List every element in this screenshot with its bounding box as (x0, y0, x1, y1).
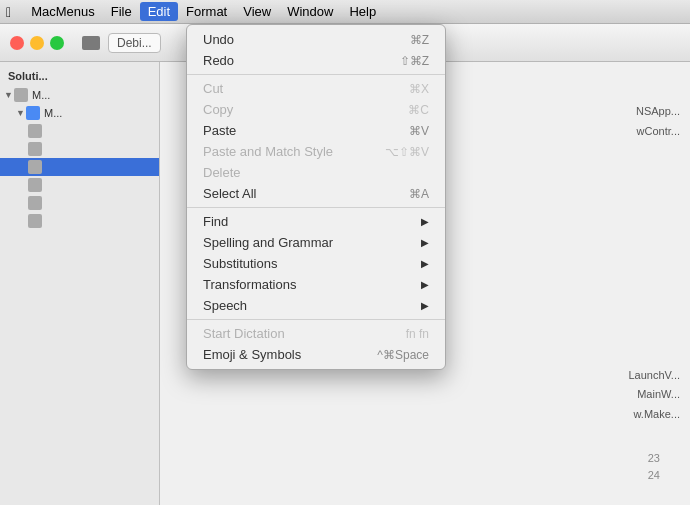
find-submenu-arrow: ▶ (421, 216, 429, 227)
content-line-3: LaunchV... (628, 366, 680, 386)
sidebar-file-icon-3 (28, 142, 42, 156)
menu-item-emoji-label: Emoji & Symbols (203, 347, 301, 362)
menu-item-redo-shortcut: ⇧⌘Z (400, 54, 429, 68)
menu-item-transformations-label: Transformations (203, 277, 296, 292)
separator-3 (187, 319, 445, 320)
menubar-help[interactable]: Help (341, 2, 384, 21)
toolbar-square-icon (82, 36, 100, 50)
menu-item-speech[interactable]: Speech ▶ (187, 295, 445, 316)
menu-item-dictation-shortcut: fn fn (406, 327, 429, 341)
content-line-5: w.Make... (628, 405, 680, 425)
content-line-1: NSApp... (636, 102, 680, 122)
window-controls (10, 36, 64, 50)
line-numbers: 23 24 (648, 450, 660, 485)
menu-item-delete[interactable]: Delete (187, 162, 445, 183)
menu-item-select-all-shortcut: ⌘A (409, 187, 429, 201)
sidebar-folder-icon (14, 88, 28, 102)
menu-item-undo[interactable]: Undo ⌘Z (187, 29, 445, 50)
menu-item-paste[interactable]: Paste ⌘V (187, 120, 445, 141)
menu-item-delete-label: Delete (203, 165, 241, 180)
sidebar-item-1[interactable]: ▼ M... (0, 104, 159, 122)
menu-item-spelling[interactable]: Spelling and Grammar ▶ (187, 232, 445, 253)
menu-item-redo[interactable]: Redo ⇧⌘Z (187, 50, 445, 71)
content-text-bottom: LaunchV... MainW... w.Make... (628, 366, 680, 425)
sidebar-item-label-0: M... (32, 89, 50, 101)
apple-menu-icon[interactable]:  (6, 4, 11, 20)
sidebar-item-6[interactable] (0, 194, 159, 212)
content-line-4: MainW... (628, 385, 680, 405)
menu-item-paste-shortcut: ⌘V (409, 124, 429, 138)
menu-item-redo-label: Redo (203, 53, 234, 68)
content-line-2: wContr... (636, 122, 680, 142)
sidebar-file-icon-5 (28, 178, 42, 192)
menu-item-paste-match[interactable]: Paste and Match Style ⌥⇧⌘V (187, 141, 445, 162)
minimize-button[interactable] (30, 36, 44, 50)
sidebar-item-3[interactable] (0, 140, 159, 158)
sidebar-file-icon-1 (26, 106, 40, 120)
transformations-submenu-arrow: ▶ (421, 279, 429, 290)
speech-submenu-arrow: ▶ (421, 300, 429, 311)
menubar-edit[interactable]: Edit (140, 2, 178, 21)
menu-item-transformations[interactable]: Transformations ▶ (187, 274, 445, 295)
sidebar-arrow-icon-1: ▼ (16, 108, 26, 118)
sidebar-item-4[interactable] (0, 158, 159, 176)
separator-2 (187, 207, 445, 208)
menu-item-select-all-label: Select All (203, 186, 256, 201)
menu-item-emoji[interactable]: Emoji & Symbols ^⌘Space (187, 344, 445, 365)
menubar-macmenus[interactable]: MacMenus (23, 2, 103, 21)
menu-item-paste-label: Paste (203, 123, 236, 138)
menu-item-dictation[interactable]: Start Dictation fn fn (187, 323, 445, 344)
separator-1 (187, 74, 445, 75)
menu-item-emoji-shortcut: ^⌘Space (377, 348, 429, 362)
menubar-window[interactable]: Window (279, 2, 341, 21)
menubar-format[interactable]: Format (178, 2, 235, 21)
menu-item-substitutions-label: Substitutions (203, 256, 277, 271)
sidebar-item-0[interactable]: ▼ M... (0, 86, 159, 104)
menu-item-dictation-label: Start Dictation (203, 326, 285, 341)
sidebar-file-icon-6 (28, 196, 42, 210)
menu-item-copy[interactable]: Copy ⌘C (187, 99, 445, 120)
sidebar-file-icon-4 (28, 160, 42, 174)
menu-item-cut-label: Cut (203, 81, 223, 96)
spelling-submenu-arrow: ▶ (421, 237, 429, 248)
close-button[interactable] (10, 36, 24, 50)
menubar-file[interactable]: File (103, 2, 140, 21)
substitutions-submenu-arrow: ▶ (421, 258, 429, 269)
menu-item-substitutions[interactable]: Substitutions ▶ (187, 253, 445, 274)
sidebar: Soluti... ▼ M... ▼ M... (0, 62, 160, 505)
menu-item-speech-label: Speech (203, 298, 247, 313)
menu-item-undo-shortcut: ⌘Z (410, 33, 429, 47)
maximize-button[interactable] (50, 36, 64, 50)
menubar-view[interactable]: View (235, 2, 279, 21)
sidebar-item-2[interactable] (0, 122, 159, 140)
edit-menu[interactable]: Undo ⌘Z Redo ⇧⌘Z Cut ⌘X Copy ⌘C Paste ⌘V… (186, 24, 446, 370)
menu-item-paste-match-shortcut: ⌥⇧⌘V (385, 145, 429, 159)
menu-item-cut[interactable]: Cut ⌘X (187, 78, 445, 99)
menu-item-find-label: Find (203, 214, 228, 229)
menu-item-select-all[interactable]: Select All ⌘A (187, 183, 445, 204)
menubar:  MacMenus File Edit Format View Window … (0, 0, 690, 24)
sidebar-item-label-1: M... (44, 107, 62, 119)
menu-item-cut-shortcut: ⌘X (409, 82, 429, 96)
menu-item-undo-label: Undo (203, 32, 234, 47)
sidebar-arrow-icon: ▼ (4, 90, 14, 100)
sidebar-item-5[interactable] (0, 176, 159, 194)
menu-item-copy-label: Copy (203, 102, 233, 117)
menu-item-copy-shortcut: ⌘C (408, 103, 429, 117)
sidebar-file-icon-2 (28, 124, 42, 138)
line-number-23: 23 (648, 450, 660, 468)
line-number-24: 24 (648, 467, 660, 485)
sidebar-title: Soluti... (0, 66, 159, 86)
content-text-right: NSApp... wContr... (636, 102, 680, 142)
toolbar-label: Debi... (108, 33, 161, 53)
sidebar-file-icon-7 (28, 214, 42, 228)
menu-item-spelling-label: Spelling and Grammar (203, 235, 333, 250)
menu-item-paste-match-label: Paste and Match Style (203, 144, 333, 159)
menu-item-find[interactable]: Find ▶ (187, 211, 445, 232)
sidebar-item-7[interactable] (0, 212, 159, 230)
